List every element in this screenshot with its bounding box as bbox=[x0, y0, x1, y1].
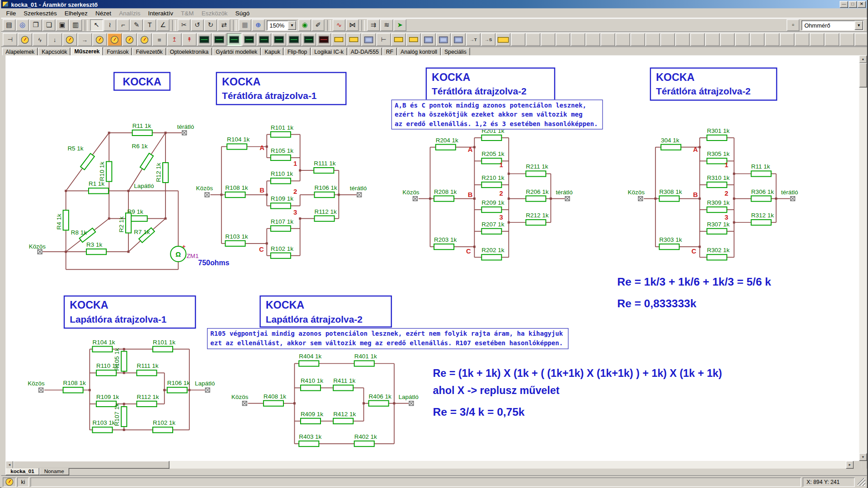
resistor-r110-1k[interactable]: R110 1k bbox=[271, 170, 293, 183]
document-tab-kocka-01[interactable]: kocka_01 bbox=[5, 468, 39, 475]
power-meter-button[interactable] bbox=[92, 33, 107, 46]
tab-kapuk[interactable]: Kapuk bbox=[261, 47, 283, 55]
horizontal-scroll-track[interactable] bbox=[170, 461, 846, 469]
grid-toggle-button[interactable]: ▦ bbox=[239, 19, 251, 31]
voltage-pin-button[interactable]: ⊣ bbox=[3, 33, 17, 46]
instrument-select[interactable]: Ohmmérő▾ bbox=[802, 20, 863, 30]
resistor-r208-1k[interactable]: R208 1k bbox=[434, 188, 457, 202]
io-port[interactable] bbox=[791, 197, 795, 201]
resistor-r112-1k[interactable]: R112 1k bbox=[315, 208, 337, 221]
wire-tool-button[interactable]: ⌐ bbox=[117, 19, 129, 31]
xy-plotter-button[interactable] bbox=[212, 33, 226, 46]
resistor-r104-1k[interactable]: R104 1k bbox=[92, 339, 115, 352]
title-box-2[interactable]: KOCKATérátlóra átrajzolva-1 bbox=[216, 72, 347, 105]
start-stop-button[interactable]: ➤ bbox=[394, 19, 406, 31]
signal-analyzer-button[interactable] bbox=[227, 33, 241, 46]
menu-eszk-z-k[interactable]: Eszközök bbox=[198, 9, 231, 17]
resistor-r203-1k[interactable]: R203 1k bbox=[434, 236, 457, 249]
pen-color-button[interactable]: ✐ bbox=[311, 19, 324, 31]
display-2-button[interactable] bbox=[421, 33, 436, 46]
formula-text-1[interactable]: Re = 1k/3 + 1k/6 + 1k/3 = 5/6 k bbox=[617, 276, 771, 288]
instrument-select-dropdown-icon[interactable]: ▾ bbox=[855, 21, 863, 30]
menu-anal-zis[interactable]: Analízis bbox=[115, 9, 144, 17]
rotate-right-button[interactable]: ↻ bbox=[204, 19, 217, 31]
voltmeter-button[interactable] bbox=[18, 33, 32, 46]
formula-text-2[interactable]: Re = 0,833333k bbox=[617, 297, 696, 310]
menu-s-g[interactable]: Súgó bbox=[231, 9, 254, 17]
ohmmeter-button[interactable] bbox=[108, 33, 122, 46]
wire[interactable] bbox=[94, 219, 109, 230]
io-port[interactable] bbox=[638, 197, 643, 201]
vertical-scroll-thumb[interactable] bbox=[859, 63, 867, 88]
resistor-r102-1k[interactable]: R102 1k bbox=[153, 419, 175, 432]
distortion-meter-button[interactable] bbox=[316, 33, 331, 46]
paste-button[interactable]: ▥ bbox=[69, 19, 82, 31]
resistor-r109-1k[interactable]: R109 1k bbox=[271, 195, 293, 208]
resistor-r104-1k[interactable]: R104 1k bbox=[227, 136, 250, 149]
data-recorder-button[interactable] bbox=[302, 33, 316, 46]
io-port[interactable] bbox=[182, 131, 187, 135]
dc-ac-indicator-button[interactable]: ◉ bbox=[298, 19, 311, 31]
tab-forr-sok[interactable]: Források bbox=[104, 47, 132, 55]
resistor-r102-1k[interactable]: R102 1k bbox=[271, 245, 293, 258]
to-t-button[interactable]: →T bbox=[466, 33, 481, 46]
io-port[interactable] bbox=[357, 192, 362, 197]
pencil-tool-button[interactable]: ✎ bbox=[130, 19, 143, 31]
title-box-1[interactable]: KOCKA bbox=[113, 72, 170, 91]
resistor-r412-1k[interactable]: R412 1k bbox=[333, 411, 356, 424]
select-tool-button[interactable]: ↖ bbox=[90, 19, 103, 31]
new-file-button[interactable]: ▤ bbox=[3, 19, 15, 31]
resistor-r8-1k[interactable]: R8 1k bbox=[71, 228, 96, 242]
tab-logikai-ic-k[interactable]: Logikai IC-k bbox=[311, 47, 347, 55]
resistor-r310-1k[interactable]: R310 1k bbox=[707, 174, 730, 188]
tab-kapcsol-k[interactable]: Kapcsolók bbox=[38, 47, 71, 55]
resistor-r309-1k[interactable]: R309 1k bbox=[707, 199, 730, 212]
analysis-run-button[interactable]: ∿ bbox=[333, 19, 345, 31]
device-b-button[interactable] bbox=[347, 33, 361, 46]
angle-tool-button[interactable]: ∠ bbox=[157, 19, 170, 31]
tab-ad-da-555[interactable]: AD-DA/555 bbox=[348, 47, 382, 55]
signal-generator-button[interactable] bbox=[287, 33, 301, 46]
to-s-button[interactable]: →S bbox=[481, 33, 495, 46]
resistor-r106-1k[interactable]: R106 1k bbox=[167, 380, 190, 393]
menu-elhelyez[interactable]: Elhelyez bbox=[61, 9, 91, 17]
resistor-r207-1k[interactable]: R207 1k bbox=[481, 221, 504, 234]
formula-text-5[interactable]: Re = 3/4 k = 0,75k bbox=[433, 406, 525, 418]
mirror-button[interactable]: ⇄ bbox=[217, 19, 230, 31]
resistor-r105-1k[interactable]: R105 1k bbox=[113, 348, 127, 371]
resistor-r303-1k[interactable]: R303 1k bbox=[659, 236, 682, 249]
formula-text-3[interactable]: Re = (1k + 1k) X (1k + ( (1k+1k) X (1k+1… bbox=[433, 367, 722, 380]
horizontal-scroll-thumb[interactable] bbox=[13, 461, 169, 469]
title-box-3[interactable]: KOCKATérátlóra átrajzolva-2 bbox=[426, 67, 556, 100]
signal-pin-button[interactable]: → bbox=[77, 33, 92, 46]
resistor-r111-1k[interactable]: R111 1k bbox=[137, 362, 158, 375]
close-button[interactable]: ✕ bbox=[858, 1, 866, 8]
segment-tool-button[interactable]: ≀ bbox=[104, 19, 116, 31]
resistor-r402-1k[interactable]: R402 1k bbox=[354, 433, 377, 446]
instrument-options-button[interactable]: ▫ bbox=[787, 19, 799, 31]
device-d-button[interactable] bbox=[406, 33, 421, 46]
resistor-r210-1k[interactable]: R210 1k bbox=[481, 174, 504, 188]
tab-f-lvezet-k[interactable]: Félvezetők bbox=[132, 47, 166, 55]
scroll-left-button[interactable]: ◂ bbox=[5, 461, 13, 469]
wire[interactable] bbox=[128, 241, 141, 252]
horizontal-scrollbar[interactable]: ◂ ▸ bbox=[5, 461, 861, 469]
tab-gy-rt-i-modellek[interactable]: Gyártói modellek bbox=[212, 47, 261, 55]
display-4-button[interactable] bbox=[451, 33, 466, 46]
io-port[interactable] bbox=[409, 401, 414, 406]
duplicate-button[interactable]: ❏ bbox=[42, 19, 55, 31]
menu-szerkeszt-s[interactable]: Szerkesztés bbox=[20, 9, 61, 17]
spectrum-analyzer-button[interactable] bbox=[242, 33, 256, 46]
title-box-4[interactable]: KOCKATérátlóra átrajzolva-2 bbox=[650, 67, 778, 100]
active-instrument-button[interactable] bbox=[3, 477, 16, 487]
maximize-button[interactable]: □ bbox=[849, 1, 857, 8]
document-tab-noname[interactable]: Noname bbox=[39, 468, 69, 475]
resistor-r206-1k[interactable]: R206 1k bbox=[526, 188, 548, 202]
scroll-down-button[interactable]: ▾ bbox=[859, 453, 867, 461]
scroll-up-button[interactable]: ▴ bbox=[859, 55, 867, 63]
resistor-r403-1k[interactable]: R403 1k bbox=[299, 433, 321, 446]
wattmeter-button[interactable] bbox=[137, 33, 152, 46]
scroll-right-button[interactable]: ▸ bbox=[846, 461, 854, 469]
resistor-r401-1k[interactable]: R401 1k bbox=[354, 353, 377, 366]
tab-optoelektronika[interactable]: Optoelektronika bbox=[166, 47, 212, 55]
